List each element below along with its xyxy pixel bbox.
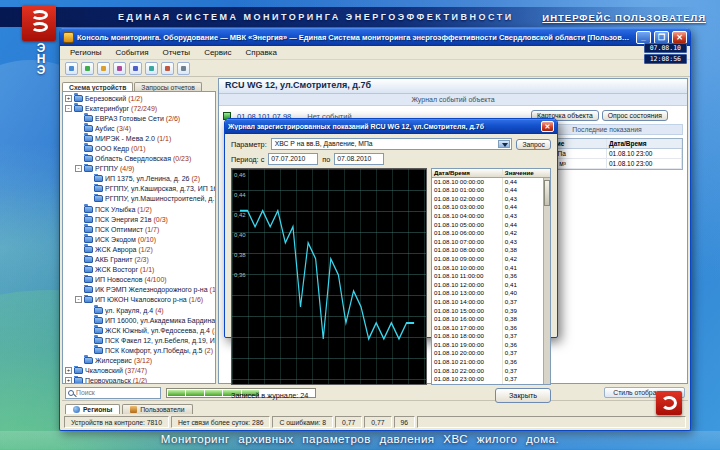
folder-icon xyxy=(74,95,83,102)
expand-icon[interactable]: + xyxy=(65,367,72,374)
tree-item-label: ул. Крауля, д.4 xyxy=(105,307,153,314)
tree-item[interactable]: +Первоуральск(1/2) xyxy=(63,376,215,384)
window-titlebar[interactable]: Консоль мониторинга. Оборудование — МВК … xyxy=(60,28,690,46)
tree-item[interactable]: ИП 16000, ул.Академика Бардина, д.10(16) xyxy=(63,315,215,325)
tree-item[interactable]: +Березовский(1/2) xyxy=(63,93,215,103)
journal-row[interactable]: 01.08.10 23:00:000,37 xyxy=(432,375,550,384)
expand-icon xyxy=(85,347,92,354)
expand-icon[interactable]: - xyxy=(75,165,82,172)
period-to-field[interactable]: 07.08.2010 xyxy=(334,153,384,165)
tree-item[interactable]: ЖСК Южный, ул.Федосеева, д.4(1) xyxy=(63,325,215,335)
search-box[interactable] xyxy=(65,387,161,399)
poll-state-button[interactable]: Опрос состояния xyxy=(602,110,668,121)
tree-item[interactable]: ООО Кедр(0/1) xyxy=(63,143,215,153)
tree-item[interactable]: Область Свердловская(0/23) xyxy=(63,154,215,164)
bottom-tab[interactable]: Регионы xyxy=(65,404,120,414)
query-button[interactable]: Запрос xyxy=(516,139,551,150)
tree-item[interactable]: РГППУ, ул.Каширская, д.73, ИП 167(1) xyxy=(63,184,215,194)
tree-item[interactable]: ПСК Комфорт, ул.Победы, д.5(2) xyxy=(63,345,215,355)
journal-row[interactable]: 01.08.10 20:00:000,37 xyxy=(432,349,550,358)
journal-row[interactable]: 01.08.10 19:00:000,36 xyxy=(432,341,550,350)
menu-item[interactable]: Сервис xyxy=(198,48,237,57)
journal-row[interactable]: 01.08.10 15:00:000,39 xyxy=(432,307,550,316)
bottom-tab[interactable]: Пользователи xyxy=(122,404,192,414)
journal-row[interactable]: 01.08.10 02:00:000,43 xyxy=(432,195,550,204)
toolbar-icon[interactable] xyxy=(97,62,110,75)
journal-table[interactable]: Дата/ВремяЗначение 01.08.10 00:00:000,44… xyxy=(431,168,551,385)
journal-row[interactable]: 01.08.10 08:00:000,38 xyxy=(432,246,550,255)
scrollbar-thumb[interactable] xyxy=(544,180,550,206)
tree-item[interactable]: ПСК Факел 12, ул.Бебеля, д.19, ИП 967(3) xyxy=(63,335,215,345)
tree-item[interactable]: ЖСК Восторг(1/1) xyxy=(63,265,215,275)
menu-item[interactable]: Отчеты xyxy=(156,48,196,57)
expand-icon[interactable]: + xyxy=(65,95,72,102)
tree-item[interactable]: -ИП ЮКОН Чкаловского р-на(1/6) xyxy=(63,295,215,305)
expand-icon[interactable]: - xyxy=(75,296,82,303)
tree-item[interactable]: +Чкаловский(37/47) xyxy=(63,366,215,376)
dialog-close-button[interactable]: ✕ xyxy=(541,121,554,132)
maximize-button[interactable]: ❐ xyxy=(654,31,669,44)
toolbar-icon[interactable] xyxy=(161,62,174,75)
journal-row[interactable]: 01.08.10 22:00:000,37 xyxy=(432,367,550,376)
toolbar-icon[interactable] xyxy=(81,62,94,75)
tree-item[interactable]: ул. Крауля, д.4(4) xyxy=(63,305,215,315)
tree-item[interactable]: ПСК Улыбка(1/2) xyxy=(63,204,215,214)
journal-row[interactable]: 01.08.10 00:00:000,44 xyxy=(432,178,550,187)
tree-item[interactable]: ПСК Энергия 21в(0/3) xyxy=(63,214,215,224)
journal-row[interactable]: 01.08.10 10:00:000,41 xyxy=(432,264,550,273)
period-from-field[interactable]: 07.07.2010 xyxy=(268,153,318,165)
journal-scrollbar[interactable] xyxy=(543,178,550,384)
journal-row[interactable]: 01.08.10 13:00:000,40 xyxy=(432,289,550,298)
search-input[interactable] xyxy=(76,389,158,396)
journal-row[interactable]: 01.08.10 04:00:000,43 xyxy=(432,212,550,221)
toolbar-icon[interactable] xyxy=(113,62,126,75)
journal-row[interactable]: 01.08.10 16:00:000,38 xyxy=(432,315,550,324)
tree-item[interactable]: ПСК Оптимист(1/7) xyxy=(63,224,215,234)
tree-item[interactable]: ЖСК Аврора(1/2) xyxy=(63,244,215,254)
journal-row[interactable]: 01.08.10 14:00:000,37 xyxy=(432,298,550,307)
toolbar-icon[interactable] xyxy=(129,62,142,75)
journal-row[interactable]: 01.08.10 18:00:000,37 xyxy=(432,332,550,341)
pane-tab[interactable]: Запросы отчетов xyxy=(134,82,202,91)
tree-item[interactable]: ИК РЭМП Железнодорожного р-на(1/1) xyxy=(63,285,215,295)
tree-item[interactable]: МИРЭК - Мева 2.0(1/1) xyxy=(63,133,215,143)
journal-row[interactable]: 01.08.10 11:00:000,36 xyxy=(432,272,550,281)
journal-row[interactable]: 01.08.10 12:00:000,41 xyxy=(432,281,550,290)
journal-row[interactable]: 01.08.10 21:00:000,36 xyxy=(432,358,550,367)
expand-icon[interactable]: - xyxy=(65,105,72,112)
minimize-button[interactable]: _ xyxy=(636,31,651,44)
toolbar-icon[interactable] xyxy=(145,62,158,75)
tree-item[interactable]: ИСК Экодом(0/10) xyxy=(63,234,215,244)
tree-item[interactable]: ИП 1375, ул.Ленина, д. 26(2) xyxy=(63,174,215,184)
device-tree[interactable]: +Березовский(1/2)-Екатеринбург(72/249)ЕВ… xyxy=(62,91,216,384)
close-button[interactable]: ✕ xyxy=(672,31,687,44)
dialog-close-action-button[interactable]: Закрыть xyxy=(495,388,551,403)
expand-icon[interactable]: + xyxy=(65,377,72,384)
folder-icon xyxy=(84,115,93,122)
tree-item[interactable]: АКБ Гранит(2/3) xyxy=(63,255,215,265)
journal-row[interactable]: 01.08.10 17:00:000,36 xyxy=(432,324,550,333)
parameter-combobox[interactable]: ХВС Р на вв.В, Давление, МПа xyxy=(271,138,513,150)
tree-item[interactable]: Аубис(3/4) xyxy=(63,123,215,133)
journal-row[interactable]: 01.08.10 09:00:000,42 xyxy=(432,255,550,264)
toolbar-icon[interactable] xyxy=(177,62,190,75)
menu-item[interactable]: Справка xyxy=(240,48,283,57)
journal-row[interactable]: 01.08.10 07:00:000,43 xyxy=(432,238,550,247)
tree-item[interactable]: ЕВРАЗ Готовые Сети(2/6) xyxy=(63,113,215,123)
expand-icon xyxy=(85,185,92,192)
tree-item[interactable]: РГППУ, ул.Машиностроителей, д.7, ИП 97(3… xyxy=(63,194,215,204)
menu-item[interactable]: События xyxy=(109,48,154,57)
tree-item[interactable]: Жилсервис(3/12) xyxy=(63,355,215,365)
menu-item[interactable]: Регионы xyxy=(64,48,107,57)
journal-row[interactable]: 01.08.10 06:00:000,42 xyxy=(432,229,550,238)
toolbar-icon[interactable] xyxy=(65,62,78,75)
tree-item[interactable]: -РГППУ(4/9) xyxy=(63,164,215,174)
tree-item[interactable]: ИП Новоселов(4/100) xyxy=(63,275,215,285)
journal-row[interactable]: 01.08.10 01:00:000,44 xyxy=(432,186,550,195)
tree-item[interactable]: -Екатеринбург(72/249) xyxy=(63,103,215,113)
pane-tab[interactable]: Схема устройств xyxy=(62,82,133,91)
expand-icon xyxy=(85,337,92,344)
journal-row[interactable]: 01.08.10 05:00:000,44 xyxy=(432,221,550,230)
journal-row[interactable]: 01.08.10 03:00:000,44 xyxy=(432,203,550,212)
dialog-titlebar[interactable]: Журнал зарегистрированных показаний RCU … xyxy=(225,119,557,134)
